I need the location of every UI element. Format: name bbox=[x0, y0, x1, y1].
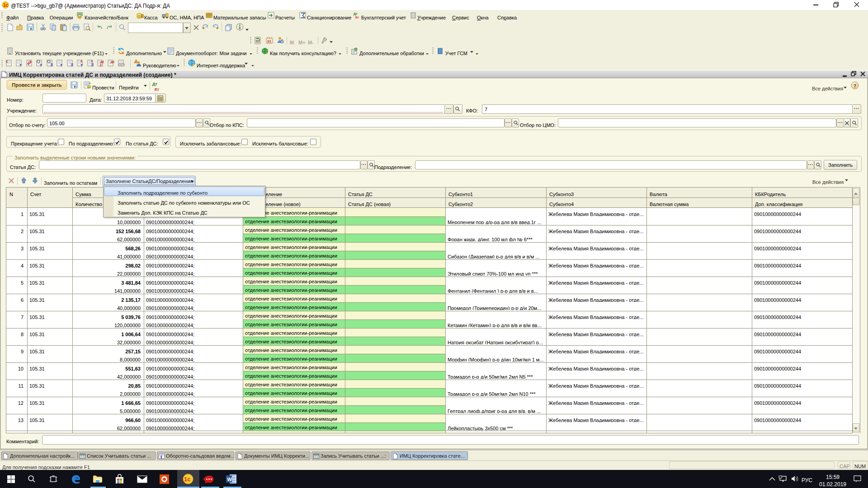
svg-text:T: T bbox=[19, 63, 22, 67]
svg-text:31: 31 bbox=[267, 39, 271, 43]
svg-text:W: W bbox=[227, 477, 232, 482]
svg-text:дк: дк bbox=[111, 60, 114, 64]
svg-text:T: T bbox=[80, 63, 83, 67]
svg-text:Σ: Σ bbox=[6, 60, 8, 64]
svg-text:1с: 1с bbox=[3, 3, 9, 8]
svg-text:T: T bbox=[60, 63, 62, 67]
svg-text:1с: 1с bbox=[184, 476, 190, 483]
svg-text:Σ: Σ bbox=[100, 63, 102, 67]
svg-text:T: T bbox=[160, 455, 163, 459]
svg-text:T: T bbox=[40, 63, 42, 67]
svg-text:?: ? bbox=[854, 83, 857, 89]
svg-text:Кт: Кт bbox=[355, 16, 359, 19]
svg-text:Дт: Дт bbox=[354, 12, 358, 16]
